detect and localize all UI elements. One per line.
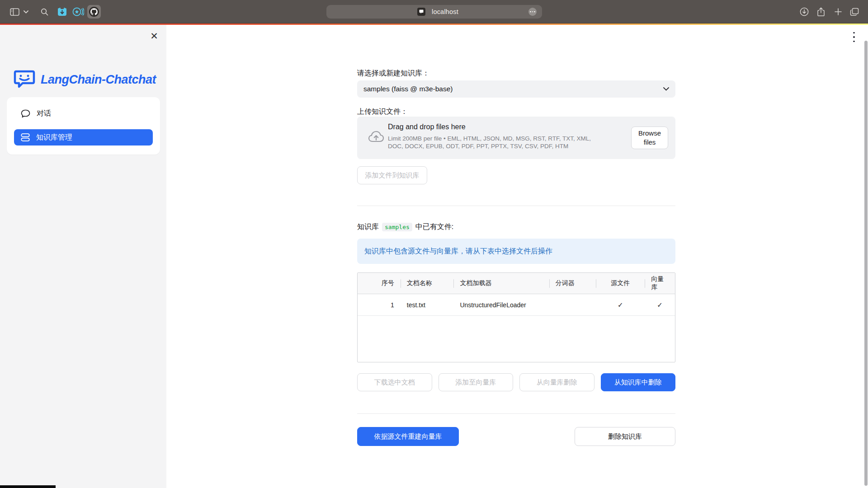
bottom-left-strip (0, 485, 56, 488)
cat-catch-extension-icon[interactable] (55, 0, 69, 23)
database-icon (21, 133, 30, 141)
delete-from-kb-button[interactable]: 从知识库中删除 (601, 373, 676, 391)
cell-splitter (549, 294, 596, 315)
more-options-icon[interactable] (850, 29, 858, 45)
info-banner: 知识库中包含源文件与向量库，请从下表中选择文件后操作 (357, 239, 675, 264)
site-favicon (417, 8, 425, 16)
close-sidebar-icon[interactable]: ✕ (149, 31, 159, 41)
sidebar-item-dialogue[interactable]: 对话 (14, 105, 153, 122)
app-logo: LangChain-Chatchat (14, 70, 156, 89)
vertical-scrollbar[interactable] (864, 41, 868, 486)
kb-select[interactable]: samples (faiss @ m3e-base) (357, 80, 675, 98)
col-header-splitter: 分词器 (549, 273, 596, 294)
search-icon[interactable] (39, 0, 49, 23)
address-bar[interactable]: localhost (326, 5, 542, 19)
reader-extension-icon[interactable] (71, 0, 85, 23)
dropzone-title: Drag and drop files here (388, 123, 466, 131)
share-icon[interactable] (816, 0, 826, 23)
add-files-to-kb-button[interactable]: 添加文件到知识库 (357, 166, 427, 184)
col-header-source-file: 源文件 (596, 273, 645, 294)
sidebar-item-label: 知识库管理 (36, 133, 72, 142)
nav-card: 对话 知识库管理 (7, 97, 160, 155)
download-selected-button[interactable]: 下载选中文档 (357, 373, 432, 391)
cell-vector-store-check: ✓ (645, 294, 675, 315)
delete-from-vector-store-button[interactable]: 从向量库删除 (519, 373, 594, 391)
row-action-buttons: 下载选中文档 添加至向量库 从向量库删除 从知识库中删除 (357, 373, 675, 391)
divider (357, 413, 675, 414)
sidebar-item-label: 对话 (37, 109, 51, 118)
github-extension-icon[interactable] (87, 0, 101, 23)
sidebar: ✕ LangChain-Chatchat 对话 知识库管理 (0, 25, 166, 488)
main-area: 请选择或新建知识库： samples (faiss @ m3e-base) 上传… (166, 25, 868, 488)
download-icon[interactable] (799, 0, 809, 23)
col-header-vector-store: 向量库 (645, 273, 675, 294)
new-tab-icon[interactable] (834, 0, 843, 23)
divider (357, 206, 675, 206)
logo-text: LangChain-Chatchat (41, 73, 156, 87)
delete-kb-button[interactable]: 删除知识库 (575, 427, 675, 446)
table-row[interactable]: 1 test.txt UnstructuredFileLoader ✓ ✓ (358, 294, 675, 316)
cell-source-file-check: ✓ (596, 294, 645, 315)
file-dropzone[interactable]: Drag and drop files here Limit 200MB per… (357, 117, 675, 159)
browse-files-button[interactable]: Browse files (631, 127, 668, 149)
rebuild-vector-store-button[interactable]: 依据源文件重建向量库 (357, 427, 459, 446)
table-header: 序号 文档名称 文档加载器 分词器 源文件 向量库 (358, 273, 675, 294)
sidebar-item-kb-management[interactable]: 知识库管理 (14, 129, 153, 145)
chevron-down-icon (663, 87, 669, 91)
browser-toolbar: localhost (0, 0, 868, 23)
kb-action-buttons: 依据源文件重建向量库 删除知识库 (357, 427, 675, 446)
kb-files-table[interactable]: 序号 文档名称 文档加载器 分词器 源文件 向量库 1 test.txt Uns… (357, 272, 675, 362)
col-header-name: 文档名称 (401, 273, 454, 294)
dropzone-hint: Limit 200MB per file • EML, HTML, JSON, … (388, 135, 604, 150)
cloud-upload-icon (368, 130, 384, 143)
add-to-vector-store-button[interactable]: 添加至向量库 (439, 373, 514, 391)
upload-label: 上传知识文件： (357, 107, 408, 117)
cell-index: 1 (358, 294, 401, 315)
select-kb-label: 请选择或新建知识库： (357, 69, 429, 78)
sidebar-toggle-icon[interactable] (9, 0, 20, 23)
kb-files-heading: 知识库 samples 中已有文件: (357, 222, 453, 232)
page-options-icon[interactable] (528, 8, 537, 16)
chat-bubble-icon (21, 109, 30, 118)
tab-overview-icon[interactable] (849, 0, 860, 23)
kb-select-value: samples (faiss @ m3e-base) (363, 85, 453, 93)
url-text: localhost (432, 8, 458, 15)
col-header-index: 序号 (358, 273, 401, 294)
screen: localhost ✕ LangChain-Chatchat (0, 0, 868, 488)
cell-loader: UnstructuredFileLoader (453, 294, 549, 315)
chevron-down-icon[interactable] (23, 0, 29, 23)
kb-name-code: samples (382, 223, 412, 231)
col-header-loader: 文档加载器 (453, 273, 549, 294)
cell-name: test.txt (401, 294, 454, 315)
logo-chat-bubble-icon (14, 70, 35, 89)
